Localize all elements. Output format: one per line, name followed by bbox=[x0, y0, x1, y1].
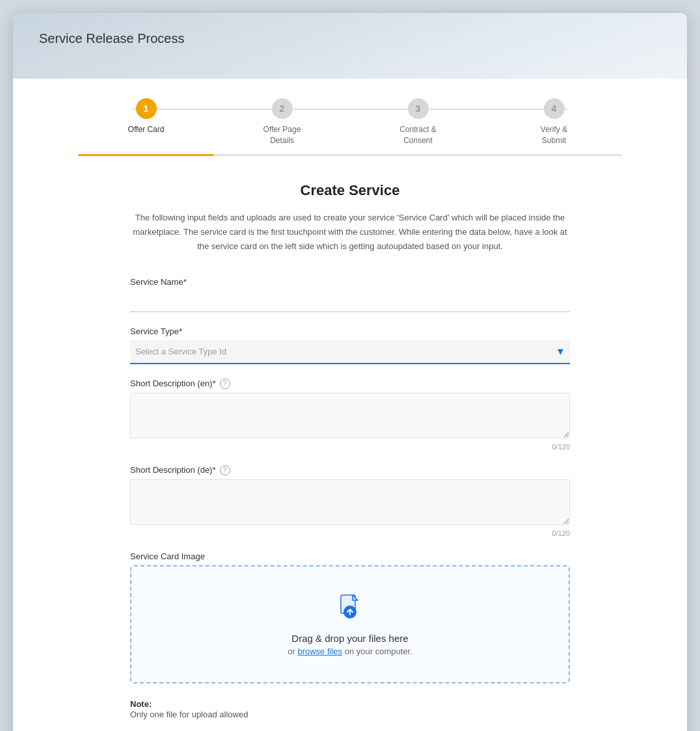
step-offer-page[interactable]: 2 Offer PageDetails bbox=[214, 98, 350, 146]
step-label-2: Offer PageDetails bbox=[263, 124, 301, 146]
step-circle-3: 3 bbox=[408, 98, 429, 119]
form-description: The following input fields and uploads a… bbox=[130, 211, 570, 254]
header: Service Release Process bbox=[13, 13, 687, 79]
service-card-image-label: Service Card Image bbox=[130, 552, 570, 561]
form-title: Create Service bbox=[130, 182, 570, 199]
service-type-label: Service Type* bbox=[130, 326, 570, 336]
service-name-label: Service Name* bbox=[130, 277, 570, 287]
step-verify[interactable]: 4 Verify &Submit bbox=[486, 98, 622, 146]
short-desc-en-group: Short Description (en)* ? 0/120 bbox=[130, 379, 570, 451]
upload-icon bbox=[336, 592, 364, 624]
upload-dropzone[interactable]: Drag & drop your files here or browse fi… bbox=[130, 565, 570, 684]
short-desc-de-char-count: 0/120 bbox=[130, 529, 570, 537]
short-desc-en-textarea[interactable] bbox=[130, 393, 570, 438]
main-content: 1 Offer Card 2 Offer PageDetails 3 Contr… bbox=[13, 79, 687, 731]
note-title: Note: bbox=[130, 699, 152, 709]
short-desc-de-label: Short Description (de)* ? bbox=[130, 465, 570, 475]
upload-sub-text: or browse files on your computer. bbox=[288, 646, 412, 656]
short-desc-en-char-count: 0/120 bbox=[130, 443, 570, 451]
short-desc-de-wrapper: 0/120 bbox=[130, 479, 570, 537]
app-window: Service Release Process 1 Offer Card 2 O… bbox=[13, 13, 687, 731]
step-circle-2: 2 bbox=[272, 98, 293, 119]
step-offer-card[interactable]: 1 Offer Card bbox=[78, 98, 214, 135]
short-desc-de-group: Short Description (de)* ? 0/120 bbox=[130, 465, 570, 537]
short-desc-en-wrapper: 0/120 bbox=[130, 393, 570, 451]
stepper-container: 1 Offer Card 2 Offer PageDetails 3 Contr… bbox=[13, 79, 687, 146]
short-desc-de-textarea[interactable] bbox=[130, 479, 570, 525]
form-area: Create Service The following input field… bbox=[13, 156, 687, 731]
short-desc-en-label: Short Description (en)* ? bbox=[130, 379, 570, 389]
note-section: Note: Only one file for upload allowed bbox=[130, 698, 570, 719]
page-title: Service Release Process bbox=[39, 31, 184, 46]
help-icon-de[interactable]: ? bbox=[220, 465, 230, 475]
step-contract[interactable]: 3 Contract &Consent bbox=[350, 98, 486, 146]
note-text: Only one file for upload allowed bbox=[130, 710, 570, 719]
service-name-input[interactable] bbox=[130, 291, 570, 312]
browse-files-link[interactable]: browse files bbox=[297, 646, 342, 656]
help-icon-en[interactable]: ? bbox=[220, 379, 230, 389]
service-name-group: Service Name* bbox=[130, 277, 570, 312]
step-label-4: Verify &Submit bbox=[541, 124, 567, 146]
service-type-select-wrapper: Select a Service Type Id ▾ bbox=[130, 340, 570, 364]
service-card-image-group: Service Card Image Drag & drop your file… bbox=[130, 552, 570, 684]
service-type-group: Service Type* Select a Service Type Id ▾ bbox=[130, 326, 570, 364]
step-circle-1: 1 bbox=[136, 98, 157, 119]
upload-main-text: Drag & drop your files here bbox=[291, 633, 408, 644]
service-type-select[interactable]: Select a Service Type Id bbox=[130, 340, 570, 363]
stepper: 1 Offer Card 2 Offer PageDetails 3 Contr… bbox=[78, 98, 622, 146]
step-circle-4: 4 bbox=[544, 98, 565, 119]
step-label-3: Contract &Consent bbox=[399, 124, 437, 146]
step-label-1: Offer Card bbox=[128, 124, 165, 135]
